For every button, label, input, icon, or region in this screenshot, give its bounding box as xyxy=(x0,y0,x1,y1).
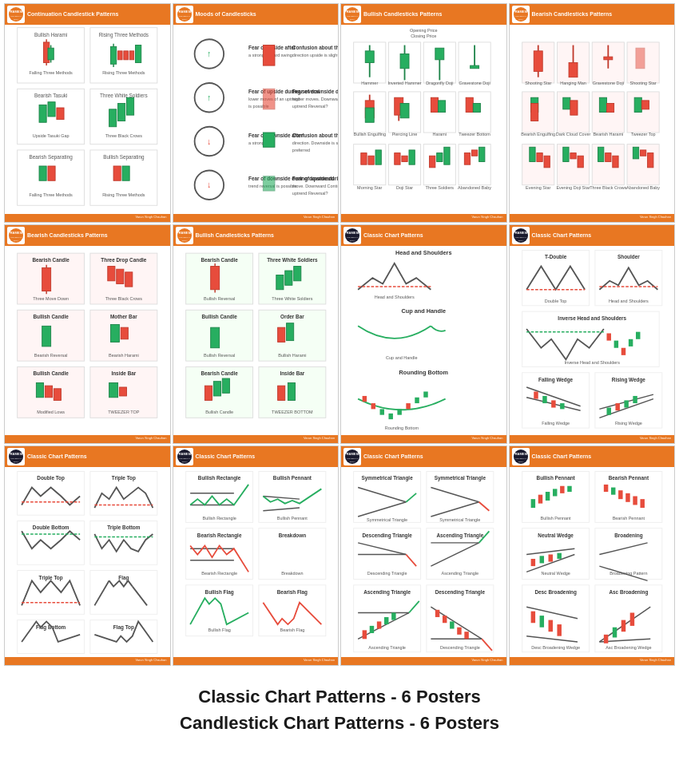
svg-rect-169 xyxy=(562,97,570,109)
poster-header-12: PRAMESH UNIVERSAL INDIA Classic Chart Pa… xyxy=(510,446,675,467)
svg-text:Flag Top: Flag Top xyxy=(113,624,134,631)
svg-text:preferred: preferred xyxy=(292,148,309,152)
svg-rect-213 xyxy=(117,269,124,283)
bottom-line-2: Candlestick Chart Patterns - 6 Posters xyxy=(16,710,663,736)
svg-text:PRAMESH: PRAMESH xyxy=(513,452,529,456)
svg-rect-242 xyxy=(210,267,219,290)
svg-text:Bullish Reversal: Bullish Reversal xyxy=(204,353,235,358)
svg-rect-250 xyxy=(293,267,300,281)
svg-text:Inverse Head and Shoulders: Inverse Head and Shoulders xyxy=(564,360,620,365)
svg-rect-269 xyxy=(277,386,284,400)
poster-header-3: PRAMESH UNIVERSAL INDIA Bullish Candlest… xyxy=(341,4,506,25)
svg-rect-248 xyxy=(276,275,283,290)
poster-footer-1: Varun Singh Chauhan xyxy=(5,214,170,222)
poster-body-5: Bearish Candle Three Move Down Three Dro… xyxy=(5,246,170,435)
svg-text:Bearish Pennant: Bearish Pennant xyxy=(608,476,649,481)
svg-text:Head and Shoulders: Head and Shoulders xyxy=(608,299,648,303)
svg-rect-15 xyxy=(110,46,116,64)
svg-rect-9 xyxy=(48,48,54,60)
poster-4: PRAMESH UNIVERSAL INDIA Bearish Candlest… xyxy=(509,3,676,223)
svg-rect-285 xyxy=(388,414,392,419)
svg-rect-174 xyxy=(606,104,613,113)
svg-rect-316 xyxy=(534,392,538,399)
svg-text:Bullish Harami: Bullish Harami xyxy=(278,353,306,358)
svg-text:Inside Bar: Inside Bar xyxy=(280,371,304,377)
svg-text:Ascending Triangle: Ascending Triangle xyxy=(368,646,406,651)
svg-text:Bullish Candle: Bullish Candle xyxy=(205,410,233,414)
svg-text:Bearish Engulfing: Bearish Engulfing xyxy=(521,132,555,137)
svg-rect-317 xyxy=(542,396,546,403)
svg-text:PRAMESH: PRAMESH xyxy=(8,452,24,456)
svg-rect-124 xyxy=(361,153,367,165)
svg-rect-32 xyxy=(118,104,125,121)
svg-rect-229 xyxy=(54,389,61,401)
svg-rect-434 xyxy=(538,495,542,504)
svg-text:Symmetrical Triangle: Symmetrical Triangle xyxy=(439,517,480,522)
brand-logo-10: PRAMESH UNIVERSAL INDIA xyxy=(176,448,193,465)
svg-text:Bearish Tasuki: Bearish Tasuki xyxy=(34,93,67,98)
svg-text:INDIA: INDIA xyxy=(14,461,19,463)
svg-rect-309 xyxy=(628,339,632,346)
svg-text:Broadening Pattern: Broadening Pattern xyxy=(610,571,647,576)
svg-rect-414 xyxy=(384,617,388,624)
svg-rect-43 xyxy=(122,166,129,180)
svg-text:Inverse Head and Shoulders: Inverse Head and Shoulders xyxy=(558,315,626,321)
svg-rect-89 xyxy=(365,51,374,63)
svg-text:Bullish Engulfing: Bullish Engulfing xyxy=(354,132,386,137)
bottom-section: Classic Chart Patterns - 6 Posters Candl… xyxy=(0,669,679,744)
svg-rect-20 xyxy=(129,51,133,60)
svg-text:Bearish Reversal: Bearish Reversal xyxy=(34,353,68,358)
svg-rect-287 xyxy=(406,403,410,409)
svg-rect-454 xyxy=(539,556,543,564)
poster-12: PRAMESH UNIVERSAL INDIA Classic Chart Pa… xyxy=(509,445,676,665)
svg-rect-327 xyxy=(624,401,628,408)
svg-text:Bearish Separating: Bearish Separating xyxy=(30,154,73,160)
svg-text:Bullish Candle: Bullish Candle xyxy=(33,371,69,377)
svg-text:Asc Broadening Wedge: Asc Broadening Wedge xyxy=(606,646,651,651)
poster-footer-7: Varun Singh Chauhan xyxy=(341,435,506,443)
svg-rect-310 xyxy=(635,332,639,339)
svg-text:Bearish Flag: Bearish Flag xyxy=(276,589,307,596)
svg-text:Three Black Crows: Three Black Crows xyxy=(590,185,626,190)
svg-text:Modified Lows: Modified Lows xyxy=(37,410,65,414)
poster-body-3: Opening Price Closing Price Hammer Inver… xyxy=(341,25,506,214)
svg-text:Tweezer Top: Tweezer Top xyxy=(630,132,655,137)
svg-text:Symmetrical Triangle: Symmetrical Triangle xyxy=(362,476,414,482)
svg-rect-190 xyxy=(592,145,624,185)
svg-text:PRAMESH: PRAMESH xyxy=(8,10,24,14)
poster-header-5: PRAMESH UNIVERSAL INDIA Bearish Candlest… xyxy=(5,225,170,246)
svg-text:Inside Bar: Inside Bar xyxy=(111,371,136,377)
brand-logo-3: PRAMESH UNIVERSAL INDIA xyxy=(343,6,361,23)
svg-text:Bearish Candle: Bearish Candle xyxy=(201,257,238,263)
svg-rect-27 xyxy=(57,108,64,120)
svg-text:Descending Triangle: Descending Triangle xyxy=(440,646,480,651)
brand-logo-6: PRAMESH UNIVERSAL INDIA xyxy=(176,227,193,244)
brand-logo-11: PRAMESH UNIVERSAL INDIA xyxy=(343,448,361,465)
svg-rect-25 xyxy=(39,105,46,122)
svg-rect-130 xyxy=(402,156,407,161)
svg-rect-113 xyxy=(400,104,409,118)
svg-text:Inverted Hammer: Inverted Hammer xyxy=(387,81,421,85)
svg-text:Dragonfly Doji: Dragonfly Doji xyxy=(426,81,453,85)
svg-text:Breakdown: Breakdown xyxy=(278,533,305,538)
svg-rect-103 xyxy=(471,65,479,69)
svg-text:higher moves. Downward Continu: higher moves. Downward Continuation or xyxy=(292,97,338,101)
svg-rect-417 xyxy=(427,585,494,652)
svg-rect-196 xyxy=(633,147,638,159)
svg-text:PRAMESH: PRAMESH xyxy=(177,10,193,14)
svg-rect-33 xyxy=(127,97,134,115)
svg-text:INDIA: INDIA xyxy=(181,461,187,463)
svg-rect-421 xyxy=(435,610,439,617)
svg-rect-286 xyxy=(397,410,401,415)
svg-rect-288 xyxy=(415,398,419,403)
svg-rect-438 xyxy=(567,486,571,492)
svg-rect-198 xyxy=(647,153,653,168)
svg-rect-158 xyxy=(603,57,612,60)
svg-text:↓: ↓ xyxy=(207,180,211,189)
svg-rect-319 xyxy=(560,403,564,409)
svg-text:INDIA: INDIA xyxy=(181,240,187,242)
svg-text:Bullish Pennant: Bullish Pennant xyxy=(536,476,575,481)
poster-title-11: Classic Chart Patterns xyxy=(363,453,504,460)
svg-rect-263 xyxy=(204,386,212,400)
svg-text:Rising Three Methods: Rising Three Methods xyxy=(102,192,145,197)
